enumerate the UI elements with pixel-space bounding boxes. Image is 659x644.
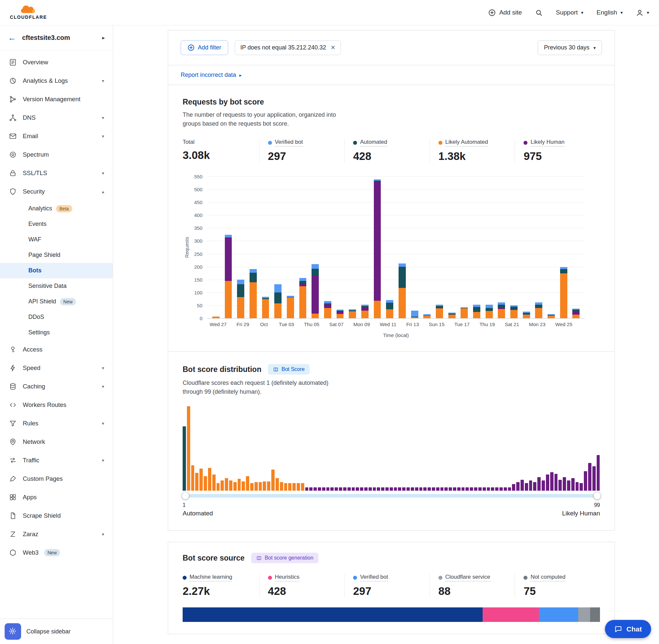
histogram-bar <box>453 487 456 491</box>
histogram-bar <box>229 480 232 491</box>
collapse-sidebar-label[interactable]: Collapse sidebar <box>26 628 71 635</box>
histogram-bar <box>212 475 216 491</box>
sidebar-item-caching[interactable]: Caching▾ <box>0 377 113 396</box>
rules-icon <box>8 419 17 428</box>
histogram-bar <box>318 487 321 491</box>
cloudflare-logo[interactable]: CLOUDFLARE <box>10 6 47 20</box>
bar-segment-likely-automated <box>374 301 381 318</box>
quick-settings-gear-button[interactable] <box>5 623 21 640</box>
chart-bar <box>297 177 309 318</box>
sidebar-item-ssl-tls[interactable]: SSL/TLS▾ <box>0 164 113 182</box>
add-filter-button[interactable]: Add filter <box>181 40 228 55</box>
custom-pages-icon <box>8 475 17 483</box>
scrape-shield-icon <box>8 511 17 520</box>
bot-score-source-panel: Bot score source Bot score generation Ma… <box>168 542 615 634</box>
legend-dot <box>439 141 442 145</box>
chat-button[interactable]: Chat <box>605 620 651 638</box>
sidebar-item-email[interactable]: Email▾ <box>0 127 113 145</box>
add-site-button[interactable]: Add site <box>488 9 522 17</box>
sidebar-item-speed[interactable]: Speed▾ <box>0 359 113 377</box>
x-tick-label: Sun 15 <box>429 322 445 327</box>
docs-icon <box>273 367 279 372</box>
x-tick-label <box>249 322 259 327</box>
time-range-dropdown[interactable]: Previous 30 days ▾ <box>538 40 602 55</box>
bar-segment-verified-bot <box>299 278 307 281</box>
score-range-slider[interactable] <box>183 492 600 499</box>
chart-bar <box>421 177 433 318</box>
histogram-bar <box>187 406 190 491</box>
source-segment-verified-bot <box>539 607 578 622</box>
sidebar-item-workers-routes[interactable]: Workers Routes <box>0 396 113 414</box>
caching-icon <box>8 382 17 391</box>
chevron-right-icon[interactable]: ▸ <box>102 34 105 41</box>
chart-bar <box>433 177 446 318</box>
report-row: Report incorrect data ▸ <box>168 65 614 85</box>
sidebar-subitem-ddos[interactable]: DDoS <box>0 309 113 325</box>
bar-segment-likely-automated <box>299 286 307 318</box>
legend-dot <box>268 576 272 580</box>
gear-icon <box>8 627 17 636</box>
language-menu[interactable]: English ▾ <box>597 9 623 16</box>
sidebar-subitem-page-shield[interactable]: Page Shield <box>0 247 113 263</box>
chart-bar <box>483 177 495 318</box>
stat-label: Heuristics <box>275 574 300 581</box>
slider-handle-max[interactable] <box>593 492 601 500</box>
beta-badge: Beta <box>56 205 72 212</box>
sidebar-subitem-analytics[interactable]: AnalyticsBeta <box>0 201 113 216</box>
sidebar-item-overview[interactable]: Overview <box>0 53 113 72</box>
sidebar-subitem-sensitive-data[interactable]: Sensitive Data <box>0 278 113 294</box>
legend-dot <box>523 141 527 145</box>
plus-circle-icon <box>488 9 496 17</box>
histogram-bar <box>377 487 380 491</box>
sidebar-item-security[interactable]: Security▴ <box>0 182 113 201</box>
sidebar-item-rules[interactable]: Rules▾ <box>0 414 113 433</box>
sidebar-item-dns[interactable]: DNS▾ <box>0 109 113 127</box>
back-arrow-icon[interactable]: ← <box>8 33 16 43</box>
sidebar-item-zaraz[interactable]: Zaraz▾ <box>0 525 113 544</box>
sidebar-item-version-management[interactable]: Version Management <box>0 90 113 109</box>
stat-value: 428 <box>353 150 424 163</box>
histogram-bar <box>588 463 591 491</box>
account-menu[interactable]: ▾ <box>636 9 649 17</box>
sidebar-item-traffic[interactable]: Traffic▾ <box>0 451 113 469</box>
support-menu[interactable]: Support ▾ <box>556 9 584 16</box>
bar-segment-likely-automated <box>535 308 542 318</box>
sidebar-item-apps[interactable]: Apps <box>0 488 113 506</box>
x-tick-label <box>344 322 353 327</box>
sidebar-subitem-waf[interactable]: WAF <box>0 232 113 247</box>
report-incorrect-data-link[interactable]: Report incorrect data <box>181 72 236 78</box>
analytics-icon <box>8 76 17 85</box>
bar-segment-automated <box>560 269 567 273</box>
sidebar-subitem-api-shield[interactable]: API ShieldNew <box>0 294 113 309</box>
sidebar-subitem-bots[interactable]: Bots <box>0 263 113 278</box>
sidebar-item-analytics-logs[interactable]: Analytics & Logs▾ <box>0 72 113 90</box>
bar-segment-likely-automated <box>547 316 555 318</box>
sidebar-item-web3[interactable]: Web3New <box>0 544 113 562</box>
stat-not-computed: Not computed75 <box>515 574 600 598</box>
histogram-bar <box>457 487 461 491</box>
search-button[interactable] <box>535 9 543 17</box>
stat-label: Machine learning <box>190 574 232 581</box>
bot-score-generation-badge[interactable]: Bot score generation <box>251 553 319 563</box>
bar-segment-automated <box>510 307 518 310</box>
workers-icon <box>8 401 17 409</box>
sidebar-item-scrape-shield[interactable]: Scrape Shield <box>0 506 113 525</box>
slider-handle-min[interactable] <box>182 492 189 500</box>
sidebar-subitem-settings[interactable]: Settings <box>0 325 113 340</box>
remove-filter-icon[interactable]: ✕ <box>331 44 335 51</box>
histogram-bar <box>470 487 473 491</box>
x-tick-label <box>495 322 505 327</box>
bot-score-badge[interactable]: Bot Score <box>268 364 310 374</box>
stat-value: 975 <box>523 150 594 163</box>
bar-segment-likely-automated <box>311 314 319 318</box>
sidebar-item-spectrum[interactable]: Spectrum <box>0 145 113 164</box>
bar-segment-automated <box>274 293 282 303</box>
sidebar-item-network[interactable]: Network <box>0 433 113 451</box>
chart-bar <box>558 177 570 318</box>
chart-bar <box>359 177 371 318</box>
sidebar-subitem-events[interactable]: Events <box>0 216 113 232</box>
sidebar-item-custom-pages[interactable]: Custom Pages <box>0 469 113 488</box>
sidebar-item-access[interactable]: Access <box>0 340 113 359</box>
filter-chip[interactable]: IP does not equal 35.212.240.32 ✕ <box>235 40 341 55</box>
histogram-bar <box>263 481 266 491</box>
